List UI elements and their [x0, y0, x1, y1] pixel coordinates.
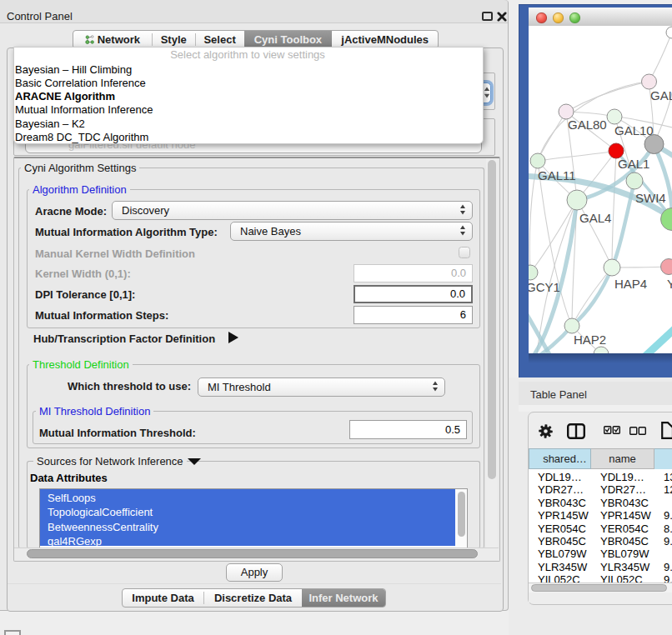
svg-text:Y: Y [667, 277, 672, 291]
svg-text:GAL80: GAL80 [568, 118, 607, 132]
svg-text:GCY1: GCY1 [529, 280, 560, 294]
svg-text:GAL: GAL [650, 88, 672, 102]
svg-text:HAP4: HAP4 [614, 277, 647, 291]
svg-text:HAP2: HAP2 [574, 332, 606, 347]
svg-text:GAL1: GAL1 [618, 157, 649, 171]
svg-text:SWI4: SWI4 [635, 191, 666, 205]
svg-text:GAL11: GAL11 [538, 168, 576, 182]
svg-text:GAL10: GAL10 [614, 123, 654, 138]
svg-text:GAL4: GAL4 [579, 211, 611, 225]
